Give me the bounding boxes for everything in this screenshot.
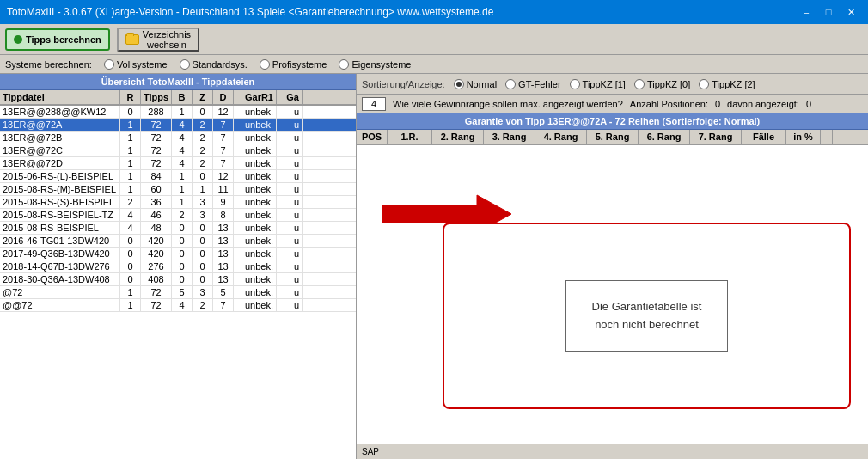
td-b: 1 [172, 170, 193, 182]
vollsysteme-radio[interactable]: Vollsysteme [104, 59, 168, 70]
col-header-tipps: Tipps [141, 90, 172, 104]
verzeichnis-button[interactable]: Verzeichniswechseln [117, 28, 199, 52]
left-table-header: Tippdatei R Tipps B Z D GarR1 Ga [0, 90, 356, 106]
table-row[interactable]: 13ER@@288@@KW12 0 288 1 0 12 unbek. u [0, 106, 356, 119]
sort-gtfehler[interactable]: GT-Fehler [505, 79, 561, 89]
td-r: 1 [120, 299, 141, 311]
td-d: 8 [213, 209, 234, 221]
td-r: 1 [120, 170, 141, 182]
sort-tippkz0[interactable]: TippKZ [0] [634, 79, 690, 89]
table-row[interactable]: 2018-14-Q67B-13DW276 0 276 0 0 13 unbek.… [0, 260, 356, 273]
td-d: 13 [213, 260, 234, 272]
close-button[interactable]: ✕ [840, 3, 861, 21]
td-b: 5 [172, 286, 193, 298]
col-header-gar1: GarR1 [234, 90, 277, 104]
td-tipps: 72 [141, 286, 172, 298]
col-scrollbar-spacer [821, 130, 833, 144]
td-b: 0 [172, 222, 193, 234]
td-tipps: 48 [141, 222, 172, 234]
vollsysteme-label: Vollsysteme [117, 59, 168, 70]
table-row[interactable]: 13ER@@72C 1 72 4 2 7 unbek. u [0, 144, 356, 157]
table-row[interactable]: 2015-08-RS-BEISPIEL 4 48 0 0 13 unbek. u [0, 222, 356, 235]
col-rang7: 7. Rang [690, 130, 742, 144]
td-d: 7 [213, 132, 234, 144]
td-tipps: 72 [141, 157, 172, 169]
standardsys-radio[interactable]: Standardsys. [180, 59, 248, 70]
table-row[interactable]: @72 1 72 5 3 5 unbek. u [0, 286, 356, 299]
sort-normal[interactable]: Normal [454, 79, 497, 89]
td-z: 1 [193, 183, 213, 195]
td-tipps: 36 [141, 196, 172, 208]
anzahl-label: Anzahl Positionen: [630, 99, 708, 109]
sort-tippkz1[interactable]: TippKZ [1] [570, 79, 626, 89]
td-tippdatei: 13ER@@288@@KW12 [0, 106, 120, 118]
sort-tippkz2-label: TippKZ [2] [712, 79, 755, 89]
td-ga: u [277, 235, 303, 247]
sort-tippkz2[interactable]: TippKZ [2] [699, 79, 755, 89]
table-row[interactable]: 2015-06-RS-(L)-BEISPIEL 1 84 1 0 12 unbe… [0, 170, 356, 183]
td-d: 7 [213, 119, 234, 131]
spin-box[interactable]: 4 [362, 97, 386, 111]
maximize-button[interactable]: □ [818, 3, 839, 21]
table-row[interactable]: 2017-49-Q36B-13DW420 0 420 0 0 13 unbek.… [0, 248, 356, 260]
td-gar1: unbek. [234, 106, 277, 118]
td-z: 3 [193, 196, 213, 208]
td-tipps: 84 [141, 170, 172, 182]
td-tipps: 72 [141, 144, 172, 156]
verzeichnis-label: Verzeichniswechseln [143, 29, 191, 50]
td-gar1: unbek. [234, 286, 277, 298]
sort-normal-circle [454, 79, 464, 89]
sort-bar: Sortierung/Anzeige: Normal GT-Fehler Tip… [357, 74, 868, 95]
td-tippdatei: 13ER@@72B [0, 132, 120, 144]
td-d: 12 [213, 106, 234, 118]
td-b: 0 [172, 235, 193, 247]
titlebar: TotoMaxIII - 3.0.67 (XL)arge-Version - D… [0, 0, 868, 24]
td-ga: u [277, 286, 303, 298]
td-gar1: unbek. [234, 299, 277, 311]
col-header-ga: Ga [277, 90, 303, 104]
eigensysteme-radio[interactable]: Eigensysteme [339, 59, 411, 70]
table-row[interactable]: 2015-08-RS-(S)-BEISPIEL 2 36 1 3 9 unbek… [0, 196, 356, 209]
table-row[interactable]: 13ER@@72D 1 72 4 2 7 unbek. u [0, 157, 356, 170]
left-table-body[interactable]: 13ER@@288@@KW12 0 288 1 0 12 unbek. u 13… [0, 106, 356, 459]
right-panel-header: Garantie von Tipp 13ER@@72A - 72 Reihen … [357, 113, 868, 130]
td-r: 1 [120, 144, 141, 156]
td-z: 0 [193, 106, 213, 118]
minimize-button[interactable]: – [796, 3, 816, 21]
profisysteme-radio[interactable]: Profisysteme [260, 59, 327, 70]
right-table-header: POS 1.R. 2. Rang 3. Rang 4. Rang 5. Rang… [357, 130, 868, 145]
table-row[interactable]: 2016-46-TG01-13DW420 0 420 0 0 13 unbek.… [0, 235, 356, 248]
td-z: 0 [193, 235, 213, 247]
td-d: 9 [213, 196, 234, 208]
td-tipps: 72 [141, 119, 172, 131]
status-bar: SAP [357, 444, 868, 459]
col-rang5: 5. Rang [587, 130, 639, 144]
td-tippdatei: 2015-06-RS-(L)-BEISPIEL [0, 170, 120, 182]
sort-gtfehler-label: GT-Fehler [518, 79, 561, 89]
table-row[interactable]: 13ER@@72A 1 72 4 2 7 unbek. u [0, 119, 356, 132]
td-tippdatei: 2015-08-RS-BEISPIEL [0, 222, 120, 234]
status-label: SAP [362, 447, 379, 456]
td-ga: u [277, 209, 303, 221]
table-row[interactable]: 13ER@@72B 1 72 4 2 7 unbek. u [0, 132, 356, 144]
table-row[interactable]: 2015-08-RS-BEISPIEL-TZ 4 46 2 3 8 unbek.… [0, 209, 356, 222]
sort-tippkz2-circle [699, 79, 709, 89]
profisysteme-circle [260, 59, 270, 70]
td-r: 1 [120, 132, 141, 144]
table-row[interactable]: 2015-08-RS-(M)-BEISPIEL 1 60 1 1 11 unbe… [0, 183, 356, 196]
tipps-berechnen-button[interactable]: Tipps berechnen [5, 28, 110, 51]
folder-icon [125, 34, 139, 45]
col-header-r: R [120, 90, 141, 104]
tipps-radio-dot [14, 35, 22, 44]
table-row[interactable]: @@72 1 72 4 2 7 unbek. u [0, 299, 356, 312]
anzahl-value: 0 [715, 99, 720, 109]
td-ga: u [277, 222, 303, 234]
td-b: 1 [172, 196, 193, 208]
td-tipps: 46 [141, 209, 172, 221]
col-rang4: 4. Rang [535, 130, 587, 144]
table-row[interactable]: 2018-30-Q36A-13DW408 0 408 0 0 13 unbek.… [0, 273, 356, 286]
td-b: 4 [172, 119, 193, 131]
td-z: 0 [193, 260, 213, 272]
td-z: 0 [193, 222, 213, 234]
td-r: 1 [120, 119, 141, 131]
